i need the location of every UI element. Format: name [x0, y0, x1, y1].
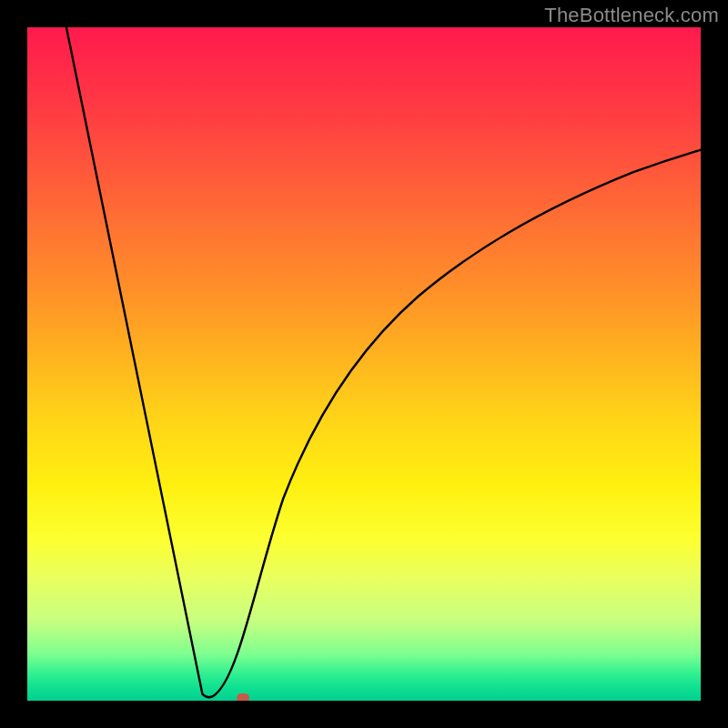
minimum-marker [237, 693, 249, 701]
curve-path [66, 27, 701, 697]
watermark-text: TheBottleneck.com [544, 4, 719, 27]
plot-area [27, 27, 701, 701]
bottleneck-curve [27, 27, 701, 701]
chart-frame: TheBottleneck.com [0, 0, 728, 728]
